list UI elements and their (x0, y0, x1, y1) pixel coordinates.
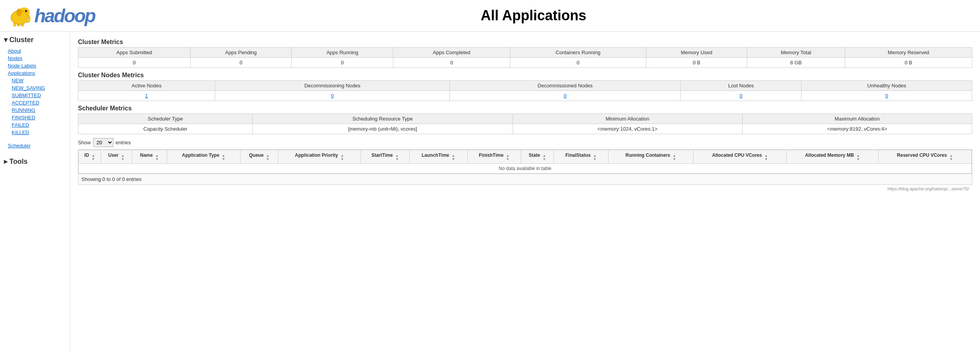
col-scheduler-type: Scheduler Type (78, 114, 253, 124)
th-launch-time[interactable]: LaunchTime ▲▼ (409, 150, 467, 164)
cluster-metrics-table: Apps Submitted Apps Pending Apps Running… (78, 47, 972, 68)
footer-url: https://blog.apache.org/hadoop/...some/7… (78, 185, 972, 193)
col-containers-running: Containers Running (510, 48, 646, 58)
col-max-allocation: Maximum Allocation (742, 114, 972, 124)
th-user[interactable]: User ▲▼ (101, 150, 132, 164)
th-start-time[interactable]: StartTime ▲▼ (361, 150, 409, 164)
sort-icon-reserved-cpu[interactable]: ▲▼ (950, 154, 953, 161)
cluster-header[interactable]: ▾ Cluster (4, 35, 66, 44)
page-title: All Applications (95, 7, 972, 24)
sidebar-item-failed[interactable]: FAILED (4, 121, 66, 129)
val-active-nodes[interactable]: 1 (78, 91, 215, 101)
apps-table: ID ▲▼ User ▲▼ Name ▲▼ Application Type (78, 150, 972, 174)
sidebar: ▾ Cluster About Nodes Node Labels Applic… (0, 32, 70, 351)
val-memory-reserved: 0 B (845, 58, 972, 68)
svg-point-3 (26, 10, 27, 11)
scheduler-metrics-table: Scheduler Type Scheduling Resource Type … (78, 113, 972, 134)
th-state[interactable]: State ▲▼ (521, 150, 554, 164)
sort-icon-state[interactable]: ▲▼ (543, 154, 546, 161)
cluster-metrics-title: Cluster Metrics (78, 39, 972, 46)
sort-icon-queue[interactable]: ▲▼ (266, 154, 269, 161)
th-allocated-cpu-vcores[interactable]: Allocated CPU VCores ▲▼ (693, 150, 787, 164)
col-apps-pending: Apps Pending (190, 48, 291, 58)
col-active-nodes: Active Nodes (78, 81, 215, 91)
th-final-status[interactable]: FinalStatus ▲▼ (554, 150, 609, 164)
entries-select[interactable]: 10 20 25 50 100 (93, 138, 113, 147)
sort-icon-alloc-memory[interactable]: ▲▼ (856, 154, 860, 161)
val-apps-completed: 0 (393, 58, 510, 68)
val-decommissioned-nodes[interactable]: 0 (450, 91, 681, 101)
val-unhealthy-nodes[interactable]: 0 (801, 91, 972, 101)
cluster-arrow-icon: ▾ (4, 35, 7, 44)
sidebar-item-nodes[interactable]: Nodes (4, 55, 66, 62)
sidebar-item-about[interactable]: About (4, 47, 66, 55)
sort-icon-launch-time[interactable]: ▲▼ (452, 154, 455, 161)
main-layout: ▾ Cluster About Nodes Node Labels Applic… (0, 32, 980, 351)
cluster-nodes-table: Active Nodes Decommissioning Nodes Decom… (78, 80, 972, 101)
col-memory-total: Memory Total (747, 48, 845, 58)
col-min-allocation: Minimum Allocation (513, 114, 742, 124)
th-finish-time[interactable]: FinishTime ▲▼ (467, 150, 521, 164)
col-apps-running: Apps Running (292, 48, 393, 58)
col-lost-nodes: Lost Nodes (681, 81, 801, 91)
tools-header[interactable]: ▸ Tools (4, 157, 66, 166)
sidebar-item-killed[interactable]: KILLED (4, 129, 66, 136)
sort-icon-user[interactable]: ▲▼ (121, 154, 125, 161)
sidebar-item-submitted[interactable]: SUBMITTED (4, 92, 66, 99)
th-application-type[interactable]: Application Type ▲▼ (167, 150, 241, 164)
val-max-allocation: <memory:8192, vCores:4> (742, 124, 972, 134)
val-memory-used: 0 B (646, 58, 747, 68)
sort-icon-finish-time[interactable]: ▲▼ (506, 154, 509, 161)
val-apps-submitted: 0 (78, 58, 191, 68)
th-app-priority[interactable]: Application Priority ▲▼ (278, 150, 361, 164)
val-lost-nodes[interactable]: 0 (681, 91, 801, 101)
sort-icon-app-priority[interactable]: ▲▼ (341, 154, 344, 161)
show-label: Show (78, 140, 91, 145)
col-decommissioning-nodes: Decommissioning Nodes (215, 81, 450, 91)
sidebar-item-running[interactable]: RUNNING (4, 106, 66, 114)
sort-icon-id[interactable]: ▲▼ (92, 154, 95, 161)
val-containers-running: 0 (510, 58, 646, 68)
sidebar-item-new[interactable]: NEW (4, 77, 66, 84)
col-apps-submitted: Apps Submitted (78, 48, 191, 58)
sidebar-item-new-saving[interactable]: NEW_SAVING (4, 84, 66, 92)
th-running-containers[interactable]: Running Containers ▲▼ (608, 150, 693, 164)
tools-label: Tools (9, 158, 28, 166)
th-reserved-cpu-vcores[interactable]: Reserved CPU VCores ▲▼ (878, 150, 971, 164)
no-data-message: No data available in table (79, 164, 972, 174)
sort-icon-start-time[interactable]: ▲▼ (395, 154, 399, 161)
entries-label: entries (116, 140, 131, 145)
val-memory-total: 8 GB (747, 58, 845, 68)
show-entries-row: Show 10 20 25 50 100 entries (78, 138, 972, 147)
val-apps-running: 0 (292, 58, 393, 68)
logo-area: hadoop (8, 4, 95, 27)
val-scheduler-type: Capacity Scheduler (78, 124, 253, 134)
sort-icon-final-status[interactable]: ▲▼ (593, 154, 597, 161)
showing-text: Showing 0 to 0 of 0 entries (78, 174, 972, 185)
sidebar-item-accepted[interactable]: ACCEPTED (4, 99, 66, 106)
tools-arrow-icon: ▸ (4, 157, 7, 166)
sidebar-item-applications[interactable]: Applications (4, 69, 66, 77)
col-decommissioned-nodes: Decommissioned Nodes (450, 81, 681, 91)
sidebar-item-finished[interactable]: FINISHED (4, 114, 66, 121)
svg-point-4 (16, 9, 22, 16)
val-decommissioning-nodes[interactable]: 0 (215, 91, 450, 101)
logo-text: hadoop (34, 5, 95, 27)
sort-icon-app-type[interactable]: ▲▼ (222, 154, 225, 161)
sidebar-item-node-labels[interactable]: Node Labels (4, 62, 66, 69)
val-apps-pending: 0 (190, 58, 291, 68)
col-memory-reserved: Memory Reserved (845, 48, 972, 58)
col-memory-used: Memory Used (646, 48, 747, 58)
cluster-nodes-title: Cluster Nodes Metrics (78, 72, 972, 79)
tools-section: ▸ Tools (4, 157, 66, 166)
th-queue[interactable]: Queue ▲▼ (241, 150, 278, 164)
content: Cluster Metrics Apps Submitted Apps Pend… (70, 32, 980, 351)
sort-icon-name[interactable]: ▲▼ (155, 154, 159, 161)
th-name[interactable]: Name ▲▼ (132, 150, 167, 164)
th-id[interactable]: ID ▲▼ (79, 150, 101, 164)
th-allocated-memory-mb[interactable]: Allocated Memory MB ▲▼ (787, 150, 878, 164)
sidebar-item-scheduler[interactable]: Scheduler (4, 142, 66, 149)
cluster-label: Cluster (9, 36, 34, 44)
sort-icon-alloc-cpu[interactable]: ▲▼ (764, 154, 768, 161)
sort-icon-running-containers[interactable]: ▲▼ (673, 154, 676, 161)
